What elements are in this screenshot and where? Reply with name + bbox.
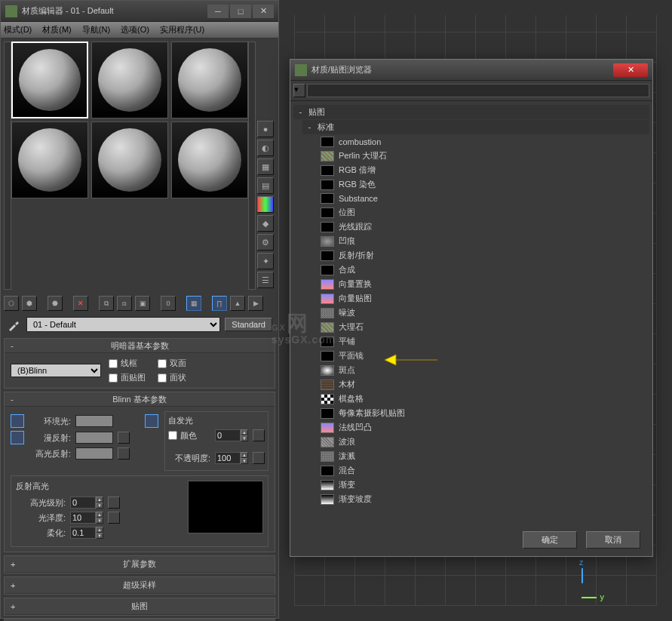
search-input[interactable] xyxy=(307,84,649,97)
go-to-parent-icon[interactable]: ▲ xyxy=(230,296,245,311)
rollout-header[interactable]: -明暗器基本参数 xyxy=(5,339,275,353)
gloss-spinner[interactable]: ▲▼ xyxy=(70,512,103,524)
spec-level-map-button[interactable] xyxy=(108,496,120,509)
map-item[interactable]: 棋盘格 xyxy=(302,392,649,406)
map-item[interactable]: 噪波 xyxy=(302,306,649,320)
sample-slot-6[interactable] xyxy=(171,121,248,198)
background-icon[interactable]: ▦ xyxy=(257,158,274,175)
close-button[interactable]: ✕ xyxy=(253,5,274,18)
map-item[interactable]: Perlin 大理石 xyxy=(302,149,649,163)
material-type-button[interactable]: Standard xyxy=(225,318,272,331)
get-material-icon[interactable]: ⬡ xyxy=(4,296,19,311)
menu-mode[interactable]: 模式(D) xyxy=(4,24,32,35)
map-item[interactable]: 木材 xyxy=(302,377,649,392)
cancel-button[interactable]: 取消 xyxy=(586,531,640,549)
ambient-diffuse-lock-icon[interactable] xyxy=(145,414,158,428)
go-forward-icon[interactable]: ▶ xyxy=(248,296,263,311)
ambient-swatch[interactable] xyxy=(75,415,113,427)
make-copy-icon[interactable]: ⧉ xyxy=(99,296,114,311)
map-item[interactable]: RGB 倍增 xyxy=(302,163,649,177)
shader-type-select[interactable]: (B)Blinn xyxy=(11,364,101,377)
map-item[interactable]: 光线跟踪 xyxy=(302,220,649,234)
options-icon[interactable]: ⚙ xyxy=(257,234,274,251)
sample-slot-4[interactable] xyxy=(11,121,88,198)
menu-options[interactable]: 选项(O) xyxy=(121,24,149,35)
faceted-checkbox[interactable]: 面状 xyxy=(158,372,186,383)
map-item[interactable]: 渐变坡度 xyxy=(302,492,649,506)
reset-map-icon[interactable]: ✕ xyxy=(73,296,88,311)
spec-level-spinner[interactable]: ▲▼ xyxy=(70,496,103,509)
self-illum-color-checkbox[interactable]: 颜色 xyxy=(168,430,210,441)
put-to-library-icon[interactable]: ▣ xyxy=(135,296,150,311)
map-item[interactable]: 平面镜 xyxy=(302,349,649,363)
show-end-result-icon[interactable]: ∏ xyxy=(212,296,227,311)
rollout-supersample[interactable]: +超级采样 xyxy=(5,577,275,594)
map-item[interactable]: combustion xyxy=(302,135,649,149)
sample-type-icon[interactable]: ● xyxy=(257,121,274,137)
diffuse-lock-icon[interactable] xyxy=(11,431,24,444)
self-illum-spinner[interactable]: ▲▼ xyxy=(215,429,248,441)
material-editor-titlebar[interactable]: 材质编辑器 - 01 - Default ─ □ ✕ xyxy=(1,1,278,22)
backlight-icon[interactable]: ◐ xyxy=(257,140,274,156)
video-check-icon[interactable] xyxy=(257,196,274,213)
map-item[interactable]: RGB 染色 xyxy=(302,177,649,192)
rollout-maps[interactable]: +贴图 xyxy=(5,598,275,615)
map-item[interactable]: 法线凹凸 xyxy=(302,420,649,435)
search-options-icon[interactable]: ▾ xyxy=(293,84,305,97)
opacity-map-button[interactable] xyxy=(253,452,265,464)
map-item[interactable]: 每像素摄影机贴图 xyxy=(302,406,649,420)
map-item[interactable]: 向量置换 xyxy=(302,277,649,291)
group-standard[interactable]: -标准 xyxy=(302,120,649,134)
rollout-header[interactable]: -Blinn 基本参数 xyxy=(5,392,275,407)
gloss-map-button[interactable] xyxy=(108,512,120,524)
group-maps[interactable]: -贴图 xyxy=(293,105,649,119)
map-item[interactable]: 向量贴图 xyxy=(302,291,649,306)
scrollbar-left[interactable] xyxy=(4,42,11,290)
sample-slot-3[interactable] xyxy=(171,42,248,118)
specular-swatch[interactable] xyxy=(75,447,113,460)
ok-button[interactable]: 确定 xyxy=(523,531,577,549)
ambient-lock-icon[interactable] xyxy=(11,414,24,428)
soften-spinner[interactable]: ▲▼ xyxy=(70,527,103,539)
map-item[interactable]: 波浪 xyxy=(302,435,649,449)
map-item[interactable]: 凹痕 xyxy=(302,234,649,248)
opacity-spinner[interactable]: ▲▼ xyxy=(215,452,248,464)
make-preview-icon[interactable]: ◆ xyxy=(257,215,274,232)
maximize-button[interactable]: □ xyxy=(230,5,251,18)
make-unique-icon[interactable]: ⧈ xyxy=(117,296,132,311)
eyedropper-icon[interactable] xyxy=(7,317,22,332)
map-item[interactable]: Substance xyxy=(302,192,649,205)
menu-material[interactable]: 材质(M) xyxy=(42,24,72,35)
sample-slot-2[interactable] xyxy=(91,42,168,118)
browser-titlebar[interactable]: 材质/贴图浏览器 ✕ xyxy=(290,60,652,81)
assign-material-icon[interactable]: ⬣ xyxy=(48,296,63,311)
map-item[interactable]: 平铺 xyxy=(302,334,649,349)
map-item[interactable]: 合成 xyxy=(302,263,649,277)
select-by-mat-icon[interactable]: ✦ xyxy=(257,253,274,269)
sample-uv-icon[interactable]: ▤ xyxy=(257,177,274,194)
mat-map-nav-icon[interactable]: ☰ xyxy=(257,272,274,288)
map-item[interactable]: 泼溅 xyxy=(302,449,649,463)
put-to-scene-icon[interactable]: ⬢ xyxy=(22,296,37,311)
map-item[interactable]: 混合 xyxy=(302,463,649,478)
rollout-extended[interactable]: +扩展参数 xyxy=(5,556,275,573)
map-item[interactable]: 反射/折射 xyxy=(302,248,649,263)
minimize-button[interactable]: ─ xyxy=(207,5,229,18)
material-id-icon[interactable]: 0 xyxy=(161,296,176,311)
sample-slot-1[interactable] xyxy=(11,42,88,118)
diffuse-swatch[interactable] xyxy=(75,432,113,444)
diffuse-map-button[interactable] xyxy=(118,432,130,444)
browser-close-button[interactable]: ✕ xyxy=(613,63,648,77)
show-in-viewport-icon[interactable]: ▦ xyxy=(186,296,201,311)
menu-navigation[interactable]: 导航(N) xyxy=(82,24,110,35)
map-item[interactable]: 渐变 xyxy=(302,478,649,492)
scrollbar-right[interactable] xyxy=(248,42,256,290)
specular-map-button[interactable] xyxy=(118,447,130,460)
map-item[interactable]: 斑点 xyxy=(302,363,649,377)
self-illum-map-button[interactable] xyxy=(253,429,265,441)
map-item[interactable]: 位图 xyxy=(302,205,649,220)
material-name-select[interactable]: 01 - Default xyxy=(26,317,220,332)
two-sided-checkbox[interactable]: 双面 xyxy=(158,358,186,369)
map-item[interactable]: 大理石 xyxy=(302,320,649,334)
menu-utilities[interactable]: 实用程序(U) xyxy=(160,24,204,35)
